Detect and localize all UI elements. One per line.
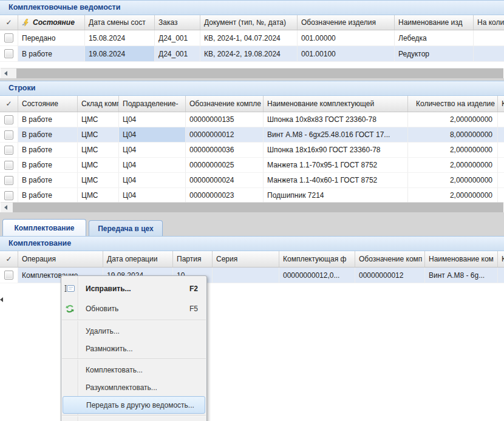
cell-component-name: Шпонка 10х8х83 ГОСТ 23360-78 (264, 112, 408, 127)
menu-item-pick[interactable]: Комплектовать... (61, 361, 206, 379)
column-header-operation[interactable]: Операция (18, 251, 103, 267)
row-checkbox-cell (0, 127, 18, 143)
shortcut-label: F5 (189, 305, 198, 313)
column-header-operation-date[interactable]: Дата операции (103, 251, 173, 267)
select-all-column-header[interactable]: ✓ (0, 96, 18, 112)
sheets-panel: Комплектовочные ведомости ✓ Состояние Да… (0, 0, 504, 78)
tab-transfer-to-shop[interactable]: Передача в цех (89, 220, 163, 236)
column-header-extra[interactable]: К (498, 96, 504, 112)
table-row-selected[interactable]: В работе ЦМС Ц04 00000000012 Винт А.М8 -… (0, 127, 504, 143)
column-header-component-code[interactable]: Обозначение комп (355, 251, 425, 267)
cell-component-name: Манжета 1.1-70х95-1 ГОСТ 8752 (264, 158, 408, 173)
cell-component-code: 00000000023 (186, 188, 264, 203)
row-checkbox-cell (0, 46, 18, 62)
table-row-selected[interactable]: В работе 19.08.2024 Д24_001 КВ, 2024-2, … (0, 46, 504, 62)
context-menu: Исправить... F2 Обновить F5 Удалить... Р… (61, 275, 207, 421)
cell-division: Ц04 (119, 173, 186, 188)
table-row[interactable]: В работе ЦМС Ц04 00000000036 Шпонка 18х1… (0, 143, 504, 158)
column-header-document[interactable]: Документ (тип, №, дата) (200, 15, 298, 30)
column-header-component-code[interactable]: Обозначение компле (186, 96, 264, 112)
menu-item-delete[interactable]: Удалить... (61, 322, 206, 340)
table-row[interactable]: В работе ЦМС Ц04 00000000135 Шпонка 10х8… (0, 112, 504, 127)
column-header-component-f[interactable]: Комплектующая ф (279, 251, 355, 267)
column-header-qty-per-product[interactable]: Количество на изделие (408, 96, 498, 112)
select-all-column-header[interactable]: ✓ (0, 251, 18, 267)
cell-state-date-focused: 19.08.2024 (85, 46, 155, 62)
cell-warehouse: ЦМС (78, 188, 119, 203)
cell-component-name: Шпонка 18х16х90 ГОСТ 23360-78 (264, 143, 408, 158)
cell-component-f: 00000000012,0... (279, 268, 355, 283)
row-checkbox-cell (0, 173, 18, 188)
cell-quantity: 1 (474, 46, 504, 62)
menu-item-refresh[interactable]: Обновить F5 (61, 298, 206, 318)
table-row[interactable]: В работе ЦМС Ц04 00000000024 Манжета 1.1… (0, 173, 504, 188)
tab-picking[interactable]: Комплектование (2, 219, 86, 236)
scroll-left-arrow-icon[interactable] (1, 203, 11, 212)
menu-item-edit[interactable]: Исправить... F2 (61, 278, 206, 298)
row-checkbox-cell (0, 268, 18, 283)
menu-item-duplicate[interactable]: Размножить... (61, 340, 206, 357)
cell-division: Ц04 (119, 143, 186, 158)
table-row[interactable]: Передано 15.08.2024 Д24_001 КВ, 2024-1, … (0, 30, 504, 46)
row-checkbox[interactable] (4, 115, 13, 124)
cell-warehouse: ЦМС (78, 173, 119, 188)
horizontal-scrollbar[interactable] (1, 68, 503, 78)
row-checkbox[interactable] (4, 146, 13, 155)
column-header-quantity[interactable]: На колич (474, 15, 504, 30)
row-checkbox[interactable] (4, 176, 13, 185)
column-header-division[interactable]: Подразделение- (119, 96, 186, 112)
column-header-component-name[interactable]: Наименование ком (425, 251, 498, 267)
scrollbar-thumb[interactable] (16, 69, 503, 78)
scroll-left-arrow-icon[interactable] (0, 295, 5, 304)
cell-series (213, 268, 279, 283)
horizontal-scrollbar[interactable] (1, 202, 503, 212)
row-checkbox[interactable] (4, 191, 13, 200)
row-checkbox[interactable] (4, 49, 13, 58)
row-checkbox-cell (0, 143, 18, 158)
column-header-extra[interactable]: К (498, 251, 504, 267)
cell-document: КВ, 2024-2, 19.08.2024 (200, 46, 298, 62)
table-row[interactable]: В работе ЦМС Ц04 00000000023 Подшипник 7… (0, 188, 504, 203)
menu-separator (62, 415, 206, 416)
scrollbar-thumb[interactable] (13, 203, 503, 212)
cell-component-name: Винт А.М8 - 6gх25.48.016 ГОСТ 17... (264, 127, 408, 143)
column-header-batch[interactable]: Партия (173, 251, 213, 267)
menu-item-unpick[interactable]: Разукомплектовать... (61, 379, 206, 396)
table-row[interactable]: В работе ЦМС Ц04 00000000025 Манжета 1.1… (0, 158, 504, 173)
scroll-left-arrow-icon[interactable] (1, 69, 11, 78)
cell-state: В работе (18, 143, 78, 158)
column-header-product-name[interactable]: Наименование изд (395, 15, 474, 30)
cell-warehouse: ЦМС (78, 158, 119, 173)
cell-state: В работе (18, 127, 78, 143)
row-checkbox[interactable] (4, 33, 13, 42)
column-header-state[interactable]: Состояние (18, 96, 78, 112)
app-window: Комплектовочные ведомости ✓ Состояние Да… (0, 0, 504, 421)
cell-qty: 2,000000000 (408, 143, 498, 158)
column-header-warehouse[interactable]: Склад комп (78, 96, 119, 112)
row-checkbox[interactable] (4, 161, 13, 170)
lightning-icon (22, 19, 30, 27)
cell-state: Передано (18, 30, 85, 46)
cell-state: В работе (18, 112, 78, 127)
cell-extra (498, 127, 504, 143)
tab-strip: Комплектование Передача в цех (0, 218, 504, 236)
cell-component-code: 00000000135 (186, 112, 264, 127)
cell-component-code: 00000000012 (186, 127, 264, 143)
row-checkbox[interactable] (4, 130, 13, 140)
column-header-order[interactable]: Заказ (155, 15, 200, 30)
row-checkbox-cell (0, 158, 18, 173)
column-header-component-name[interactable]: Наименование комплектующей (264, 96, 408, 112)
cell-extra (498, 158, 504, 173)
column-header-series[interactable]: Серия (213, 251, 279, 267)
cell-order: Д24_001 (155, 46, 200, 62)
column-header-state[interactable]: Состояние (18, 15, 85, 30)
cell-order: Д24_001 (155, 30, 200, 46)
menu-item-transfer-to-other-sheet[interactable]: Передать в другую ведомость... (63, 396, 205, 414)
column-header-product-code[interactable]: Обозначение изделия (298, 15, 395, 30)
cell-division: Ц04 (119, 188, 186, 203)
column-header-state-date[interactable]: Дата смены сост (85, 15, 155, 30)
select-all-column-header[interactable]: ✓ (0, 15, 18, 30)
cell-qty: 8,000000000 (408, 127, 498, 143)
row-checkbox-cell (0, 30, 18, 46)
row-checkbox[interactable] (4, 271, 13, 280)
